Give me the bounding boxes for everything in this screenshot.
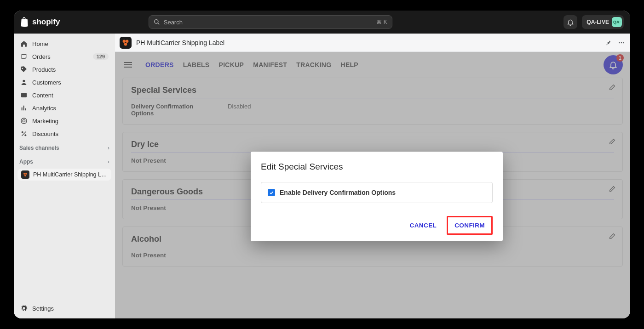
svg-point-11 <box>126 40 128 42</box>
checkbox-checked-icon[interactable] <box>268 189 275 196</box>
embedded-app-header: PH MultiCarrier Shipping Label <box>115 34 630 52</box>
sidebar: Home Orders 129 Products Customers <box>14 34 115 318</box>
inbox-icon <box>20 53 28 60</box>
checkbox-row[interactable]: Enable Delivery Confirmation Options <box>261 182 493 203</box>
pin-icon[interactable] <box>604 39 612 46</box>
gear-icon <box>20 305 28 312</box>
app-title: PH MultiCarrier Shipping Label <box>136 39 224 46</box>
topbar: shopify Search ⌘ K QA-LIVE QA· <box>14 11 630 34</box>
sidebar-item-analytics[interactable]: Analytics <box>17 102 112 114</box>
topbar-right: QA-LIVE QA· <box>564 15 624 29</box>
svg-point-15 <box>623 42 624 43</box>
modal-title: Edit Special Services <box>261 162 493 172</box>
home-icon <box>20 40 28 47</box>
svg-point-7 <box>23 173 25 175</box>
app-label: PH MultiCarrier Shipping L… <box>33 171 107 178</box>
sidebar-item-label: Home <box>32 40 48 47</box>
app-icon <box>120 37 132 49</box>
svg-point-0 <box>154 20 158 23</box>
shopify-bag-icon <box>20 17 29 27</box>
sidebar-item-label: Analytics <box>32 105 56 112</box>
sidebar-item-label: Content <box>32 92 53 99</box>
chevron-right-icon: › <box>108 145 109 151</box>
section-label: Sales channels <box>19 145 59 151</box>
search-icon <box>154 19 160 25</box>
modal-edit-special-services: Edit Special Services Enable Delivery Co… <box>251 152 503 241</box>
sidebar-footer: Settings <box>14 298 115 318</box>
settings-label: Settings <box>32 305 54 312</box>
svg-point-5 <box>22 131 23 133</box>
confirm-button[interactable]: CONFIRM <box>447 216 493 235</box>
image-icon <box>20 91 28 99</box>
svg-point-3 <box>21 118 27 124</box>
sidebar-item-customers[interactable]: Customers <box>17 76 112 89</box>
sidebar-item-label: Discounts <box>32 130 58 137</box>
sidebar-app-ph-multicarrier[interactable]: PH MultiCarrier Shipping L… <box>17 169 111 181</box>
chart-bar-icon <box>20 104 28 112</box>
modal-actions: CANCEL CONFIRM <box>261 216 493 235</box>
check-icon <box>269 190 274 195</box>
app-window: shopify Search ⌘ K QA-LIVE QA· Home <box>14 11 630 318</box>
brand-logo[interactable]: shopify <box>20 17 60 27</box>
tenant-switcher[interactable]: QA-LIVE QA· <box>582 15 624 29</box>
svg-rect-2 <box>21 93 27 97</box>
orders-count-badge: 129 <box>93 53 109 60</box>
section-label: Apps <box>19 159 33 165</box>
more-icon[interactable] <box>617 39 626 46</box>
checkbox-label: Enable Delivery Confirmation Options <box>280 189 396 196</box>
brand-text: shopify <box>32 17 60 27</box>
sidebar-item-label: Marketing <box>32 118 58 125</box>
cancel-button[interactable]: CANCEL <box>403 217 443 233</box>
app-icon <box>21 170 29 179</box>
sidebar-item-label: Products <box>32 66 56 73</box>
sidebar-item-label: Orders <box>32 53 51 60</box>
sidebar-section-apps[interactable]: Apps › <box>14 154 115 168</box>
notifications-button[interactable] <box>564 15 577 29</box>
svg-point-13 <box>619 42 620 43</box>
chevron-right-icon: › <box>108 159 109 165</box>
sidebar-item-home[interactable]: Home <box>17 37 112 50</box>
app-header-actions <box>604 39 626 46</box>
svg-point-4 <box>23 119 25 122</box>
sidebar-section-sales-channels[interactable]: Sales channels › <box>14 140 115 154</box>
sidebar-item-content[interactable]: Content <box>17 89 112 102</box>
sidebar-item-products[interactable]: Products <box>17 63 112 76</box>
target-icon <box>20 117 28 125</box>
svg-point-1 <box>23 80 25 82</box>
svg-point-9 <box>24 175 26 176</box>
percent-icon <box>20 130 28 137</box>
svg-point-12 <box>124 43 127 45</box>
svg-point-8 <box>25 173 27 175</box>
sidebar-item-label: Customers <box>32 79 61 86</box>
svg-point-14 <box>621 42 622 43</box>
tag-icon <box>20 66 28 73</box>
sidebar-settings[interactable]: Settings <box>17 301 112 316</box>
search-shortcut: ⌘ K <box>376 19 387 25</box>
sidebar-primary-list: Home Orders 129 Products Customers <box>14 37 115 140</box>
svg-point-10 <box>123 40 126 42</box>
sidebar-item-orders[interactable]: Orders 129 <box>17 50 112 63</box>
search-input[interactable]: Search ⌘ K <box>149 15 392 29</box>
sidebar-item-discounts[interactable]: Discounts <box>17 127 112 140</box>
tenant-avatar: QA· <box>612 17 622 27</box>
bell-icon <box>567 18 574 26</box>
tenant-label: QA-LIVE <box>586 19 609 25</box>
search-placeholder: Search <box>164 19 183 26</box>
sidebar-item-marketing[interactable]: Marketing <box>17 114 112 127</box>
svg-point-6 <box>24 134 26 136</box>
person-icon <box>20 79 28 86</box>
